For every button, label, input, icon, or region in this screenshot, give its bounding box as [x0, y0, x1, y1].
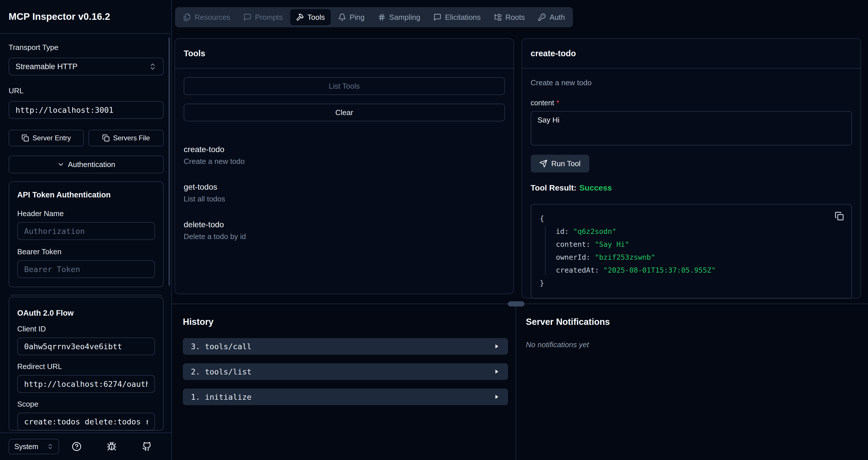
sidebar-scrollbar[interactable] [168, 37, 170, 286]
tab-roots[interactable]: Roots [488, 9, 531, 25]
tab-prompts-label: Prompts [255, 13, 283, 22]
result-json-block: { id: "q6z2sodn" content: "Say Hi" owner… [531, 204, 852, 299]
tool-list-item[interactable]: delete-todo Delete a todo by id [184, 220, 505, 241]
clear-button[interactable]: Clear [184, 104, 505, 121]
json-entry: id: "q6z2sodn" [556, 225, 843, 238]
content-field-input[interactable]: Say Hi [531, 111, 852, 145]
tab-ping-label: Ping [350, 13, 365, 22]
history-row[interactable]: 1. initialize [183, 389, 508, 405]
client-id-input[interactable] [17, 337, 155, 355]
sidebar-footer: System [0, 432, 172, 460]
tab-resources[interactable]: Resources [177, 9, 236, 25]
tools-panel-title: Tools [184, 49, 205, 58]
servers-file-label: Servers File [113, 134, 150, 142]
tool-result-label: Tool Result: [531, 184, 577, 192]
scope-label: Scope [17, 400, 155, 408]
json-entry: content: "Say Hi" [556, 238, 843, 251]
main-area: Resources Prompts Tools Ping Sampling [172, 0, 868, 460]
github-button[interactable] [142, 441, 152, 451]
api-token-card: API Token Authentication Header Name Bea… [9, 182, 164, 287]
tool-list-item[interactable]: create-todo Create a new todo [184, 145, 505, 166]
transport-type-value: Streamable HTTP [16, 62, 78, 71]
history-title: History [183, 317, 508, 327]
tab-elicitations-label: Elicitations [445, 13, 480, 22]
client-id-label: Client ID [17, 325, 155, 333]
folder-tree-icon [494, 13, 502, 21]
tool-name: delete-todo [184, 220, 505, 229]
content-field-label: content* [531, 99, 852, 107]
history-row[interactable]: 2. tools/list [183, 363, 508, 380]
history-panel: History 3. tools/call 2. tools/list 1. i… [172, 304, 516, 460]
scope-input[interactable] [17, 413, 155, 430]
tool-description: Create a new todo [184, 157, 505, 166]
split-drag-handle[interactable] [508, 301, 524, 306]
json-close-brace: } [540, 276, 843, 290]
authentication-toggle[interactable]: Authentication [9, 156, 164, 173]
tool-result-status: Success [579, 184, 612, 192]
tab-ping[interactable]: Ping [332, 9, 370, 25]
tab-prompts[interactable]: Prompts [238, 9, 288, 25]
servers-file-button[interactable]: Servers File [88, 130, 164, 146]
chevrons-up-down-icon [149, 63, 157, 71]
transport-type-label: Transport Type [9, 43, 164, 52]
expand-play-icon[interactable] [493, 368, 500, 375]
help-button[interactable] [72, 441, 82, 451]
api-token-title: API Token Authentication [17, 191, 155, 199]
copy-result-button[interactable] [835, 211, 845, 221]
expand-play-icon[interactable] [493, 393, 500, 400]
url-input[interactable] [9, 101, 164, 119]
tools-panel: Tools List Tools Clear create-todo Creat… [175, 38, 514, 294]
tool-list-item[interactable]: get-todos List all todos [184, 183, 505, 203]
expand-play-icon[interactable] [493, 343, 500, 350]
history-row[interactable]: 3. tools/call [183, 338, 508, 355]
bearer-token-label: Bearer Token [17, 248, 155, 256]
sidebar: MCP Inspector v0.16.2 Transport Type Str… [0, 0, 172, 460]
bearer-token-input[interactable] [17, 260, 155, 278]
tab-sampling[interactable]: Sampling [372, 9, 426, 25]
footer-icons [59, 441, 164, 451]
json-value: "2025-08-01T15:37:05.955Z" [603, 266, 716, 274]
tab-auth[interactable]: Auth [532, 9, 570, 25]
list-tools-button[interactable]: List Tools [184, 77, 505, 95]
transport-type-select[interactable]: Streamable HTTP [9, 58, 164, 75]
bug-icon [107, 441, 117, 451]
server-entry-button[interactable]: Server Entry [9, 130, 84, 146]
redirect-url-input[interactable] [17, 375, 155, 393]
authentication-toggle-label: Authentication [68, 160, 115, 169]
history-row-label: 1. initialize [191, 393, 251, 401]
run-tool-label: Run Tool [551, 159, 581, 168]
report-bug-button[interactable] [107, 441, 117, 451]
theme-select[interactable]: System [9, 439, 59, 454]
help-circle-icon [72, 441, 82, 451]
bell-icon [338, 13, 346, 21]
history-row-label: 2. tools/list [191, 367, 251, 376]
tool-description: List all todos [184, 195, 505, 203]
tab-tools-label: Tools [307, 13, 325, 22]
send-icon [539, 160, 547, 168]
tab-tools[interactable]: Tools [290, 9, 331, 25]
message-square-icon [243, 13, 251, 21]
json-open-brace: { [540, 212, 843, 225]
run-tool-button[interactable]: Run Tool [531, 155, 589, 172]
chevrons-up-down-icon [47, 443, 53, 450]
chevron-down-icon [57, 161, 65, 168]
json-key: id: [556, 227, 573, 236]
tab-roots-label: Roots [505, 13, 525, 22]
server-notifications-title: Server Notifications [526, 317, 868, 327]
theme-select-value: System [14, 442, 38, 451]
message-square-icon [433, 13, 441, 21]
tool-name: get-todos [184, 183, 505, 192]
header-name-input[interactable] [17, 222, 155, 240]
files-icon [183, 13, 191, 21]
url-label: URL [9, 86, 164, 95]
tab-elicitations[interactable]: Elicitations [428, 9, 486, 25]
tool-list: create-todo Create a new todo get-todos … [184, 145, 505, 241]
json-key: ownerId: [556, 253, 595, 261]
next-card-peek [9, 295, 164, 296]
top-tab-bar: Resources Prompts Tools Ping Sampling [175, 7, 573, 27]
tools-panel-header: Tools [175, 39, 514, 69]
json-entry: createdAt: "2025-08-01T15:37:05.955Z" [556, 264, 843, 276]
server-entry-label: Server Entry [32, 134, 71, 142]
server-notifications-panel: Server Notifications No notifications ye… [516, 304, 868, 460]
github-icon [142, 441, 152, 451]
